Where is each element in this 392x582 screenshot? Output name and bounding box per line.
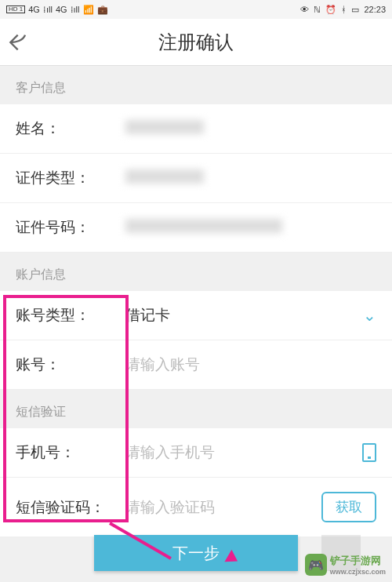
row-sms-code[interactable]: 短信验证码： 获取 [0, 478, 392, 537]
alarm-icon: ⏰ [325, 5, 336, 15]
name-value [125, 120, 376, 138]
account-input[interactable] [125, 356, 376, 373]
account-type-value: 借记卡 [125, 305, 363, 326]
watermark-logo-icon: 🎮 [305, 554, 327, 576]
watermark-url: www.czjxsc.com [330, 568, 386, 576]
next-button[interactable]: 下一步 [94, 535, 298, 571]
row-name: 姓名： [0, 104, 392, 154]
eye-icon: 👁 [300, 5, 309, 14]
signal-4g-1: 4G [28, 5, 40, 14]
get-code-button[interactable]: 获取 [321, 492, 376, 522]
signal-4g-2: 4G [56, 5, 67, 14]
row-account[interactable]: 账号： [0, 340, 392, 390]
section-sms: 短信验证 [0, 390, 392, 428]
section-account-info: 账户信息 [0, 253, 392, 291]
sms-code-label: 短信验证码： [16, 497, 125, 518]
nfc-icon: ℕ [314, 5, 321, 15]
back-button[interactable] [0, 31, 39, 53]
id-type-label: 证件类型： [16, 168, 125, 188]
phone-label: 手机号： [16, 442, 125, 463]
id-type-value [125, 169, 376, 187]
nav-bar: 注册确认 [0, 19, 392, 66]
id-number-value [125, 219, 376, 237]
row-phone[interactable]: 手机号： [0, 428, 392, 478]
id-number-label: 证件号码： [16, 217, 125, 238]
row-id-number: 证件号码： [0, 203, 392, 253]
bluetooth-icon: ᚼ [341, 5, 347, 14]
watermark-text: 铲子手游网 [330, 554, 386, 568]
wifi-icon: 📶 [83, 5, 94, 15]
battery-icon: ▭ [351, 5, 359, 15]
row-id-type: 证件类型： [0, 154, 392, 203]
page-title: 注册确认 [158, 30, 234, 55]
phone-input[interactable] [125, 444, 354, 461]
account-type-label: 账号类型： [16, 305, 125, 326]
status-time: 22:23 [364, 5, 386, 14]
signal-bars-1: ⁞ıll [43, 5, 53, 15]
status-bar: HD 1 4G ⁞ıll 4G ⁞ıll 📶 💼 👁 ℕ ⏰ ᚼ ▭ 22:23 [0, 0, 392, 19]
briefcase-icon: 💼 [97, 5, 108, 15]
hd-badge-1: HD 1 [6, 5, 25, 13]
chevron-down-icon: ⌄ [363, 306, 376, 325]
section-customer-info: 客户信息 [0, 66, 392, 104]
signal-bars-2: ⁞ıll [71, 5, 80, 15]
sms-code-input[interactable] [125, 499, 321, 516]
account-label: 账号： [16, 355, 125, 375]
name-label: 姓名： [16, 118, 125, 139]
row-account-type[interactable]: 账号类型： 借记卡 ⌄ [0, 291, 392, 340]
watermark: 🎮 铲子手游网 www.czjxsc.com [305, 554, 386, 576]
contacts-icon[interactable] [362, 443, 376, 462]
